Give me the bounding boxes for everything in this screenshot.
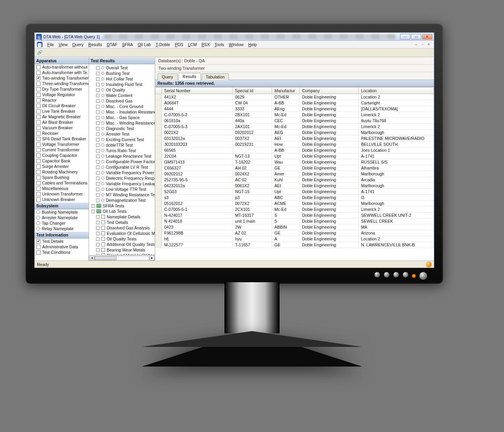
menu-t-doble[interactable]: T-Doble: [153, 41, 172, 48]
expand-icon[interactable]: [96, 138, 100, 142]
table-row[interactable]: s3p3ABCDoble Engineeringl3: [156, 195, 434, 201]
row-handle[interactable]: [156, 147, 162, 153]
cell[interactable]: RUSSELL S/S: [359, 159, 434, 165]
cell[interactable]: T-11657: [233, 242, 272, 248]
cell[interactable]: 2CX101: [233, 207, 272, 212]
checkbox-icon[interactable]: [36, 82, 41, 86]
row-handle[interactable]: [156, 195, 162, 201]
cell[interactable]: Doble Engineering: [300, 130, 359, 136]
cell[interactable]: Marlborough: [359, 183, 434, 189]
cell[interactable]: GE: [272, 242, 300, 248]
close-button[interactable]: ✕: [422, 34, 432, 39]
results-grid[interactable]: Serial NumberSpecial IdManufacturCompany…: [155, 87, 434, 261]
cell[interactable]: Upt: [272, 153, 300, 159]
table-row[interactable]: 092020120024X2AmerDoble EngineeringMarlb…: [156, 171, 434, 177]
apparatus-item[interactable]: Air Magnetic Breaker: [35, 114, 89, 119]
cell[interactable]: Doble Engineering: [300, 106, 359, 112]
cell[interactable]: Arizona: [359, 230, 434, 236]
tree-item[interactable]: Variable Frequency Leakage Reacta: [89, 181, 155, 186]
cell[interactable]: F961298B: [162, 230, 233, 236]
cell[interactable]: Doble Engineering: [300, 242, 359, 248]
tree-item[interactable]: M7 Winding Resistance Test: [89, 192, 155, 197]
cell[interactable]: PALESTINE MICROWAVE/RADIO: [359, 136, 434, 142]
tree-item[interactable]: Water Content: [89, 93, 155, 98]
cell[interactable]: Doble Engineering: [300, 142, 359, 147]
expand-icon[interactable]: [96, 110, 100, 114]
tree-item[interactable]: Leakage Reactance Test: [89, 153, 155, 159]
expand-icon[interactable]: [96, 116, 100, 119]
cell[interactable]: GM971413: [162, 159, 233, 165]
cell[interactable]: 2AX101: [233, 124, 272, 130]
table-row[interactable]: N 424018unit 1 mainSDoble EngineeringSEW…: [156, 218, 434, 224]
cell[interactable]: Limerick 2: [359, 124, 434, 130]
table-row[interactable]: F961298BAZ 02GEDoble EngineeringArizona: [156, 230, 434, 236]
cell[interactable]: A-1741: [359, 189, 434, 195]
column-header[interactable]: Serial Number: [162, 88, 233, 94]
cell[interactable]: AC 02: [233, 177, 272, 183]
cell[interactable]: AH 02: [233, 165, 272, 171]
checkbox-icon[interactable]: [101, 220, 105, 224]
radio-icon[interactable]: [36, 216, 40, 220]
cell[interactable]: hyu: [233, 236, 272, 242]
checkbox-icon[interactable]: [36, 98, 41, 102]
tree-item[interactable]: Turns Ratio Test: [89, 148, 155, 153]
cell[interactable]: AZ 02: [233, 230, 272, 236]
expand-icon[interactable]: [96, 248, 100, 252]
expand-icon[interactable]: [96, 143, 100, 147]
cell[interactable]: Location 2: [359, 94, 434, 100]
apparatus-item[interactable]: Reactor: [35, 97, 89, 103]
checkbox-icon[interactable]: [36, 126, 41, 130]
expand-icon[interactable]: [96, 88, 100, 92]
cell[interactable]: Limerick 2: [359, 207, 434, 212]
tree-item[interactable]: Additional Oil Quality Tests: [89, 242, 155, 247]
checkbox-icon[interactable]: [36, 109, 41, 114]
checkbox-icon[interactable]: [36, 142, 41, 147]
table-row[interactable]: 66565A-BBDoble EngineeringJoes Location …: [156, 147, 434, 153]
cell[interactable]: 0061X2: [233, 183, 272, 189]
mdi-close[interactable]: ×: [426, 42, 432, 47]
cell[interactable]: 04232012a: [162, 183, 233, 189]
radio-icon[interactable]: [36, 221, 40, 225]
cell[interactable]: l3: [359, 195, 434, 201]
checkbox-icon[interactable]: [36, 76, 41, 80]
checkbox-icon[interactable]: [36, 120, 41, 125]
cell[interactable]: Doble Engineering: [300, 100, 359, 106]
tree-item[interactable]: Bearing Wear Metals: [89, 247, 155, 253]
row-handle[interactable]: [156, 165, 162, 171]
row-handle[interactable]: [156, 136, 162, 142]
cell[interactable]: Doble Engineering: [300, 159, 359, 165]
cell[interactable]: C-07005-5-3: [162, 124, 233, 130]
cell[interactable]: 03132012a: [162, 136, 233, 142]
cell[interactable]: unit 1 main: [233, 218, 272, 224]
apparatus-item[interactable]: Capacitor Bank: [35, 158, 89, 164]
cell[interactable]: 0022X2: [162, 130, 233, 136]
expand-icon[interactable]: [96, 221, 100, 224]
tab-tabulation[interactable]: Tabulation: [202, 73, 229, 80]
expand-icon[interactable]: [96, 177, 100, 180]
radio-icon[interactable]: [36, 210, 40, 214]
apparatus-item[interactable]: Cables and Terminations: [35, 180, 89, 186]
checkbox-icon[interactable]: [36, 186, 41, 191]
checkbox-icon[interactable]: [36, 192, 41, 196]
tree-item[interactable]: Misc. - Winding Resistance: [89, 120, 155, 126]
tree-item[interactable]: Diagnostic Test: [89, 126, 155, 131]
cell[interactable]: Marlborough: [359, 130, 434, 136]
cell[interactable]: C-07005-5-2: [162, 112, 233, 118]
subsystem-item[interactable]: Arrester Nameplate: [35, 215, 89, 220]
table-row[interactable]: N-424017MT-16317SDoble EngineeringSEWWEL…: [156, 212, 434, 218]
row-handle[interactable]: [156, 189, 162, 195]
cell[interactable]: Marlborough: [359, 171, 434, 177]
cell[interactable]: AEI: [272, 136, 300, 142]
cell[interactable]: Doble Engineering: [300, 201, 359, 207]
cell[interactable]: S: [272, 212, 300, 218]
cell[interactable]: 00219231: [233, 142, 272, 147]
row-handle[interactable]: [156, 171, 162, 177]
cell[interactable]: 66565: [162, 147, 233, 153]
cell[interactable]: M-122577: [162, 242, 233, 248]
cell[interactable]: SEWWELL CREEK UNIT-2: [359, 212, 434, 218]
cell[interactable]: Joes Location 1: [359, 147, 434, 153]
mdi-minimize[interactable]: –: [413, 42, 419, 47]
tree-item[interactable]: Configurable LV R Test: [89, 164, 155, 170]
table-row[interactable]: GM971413T-16202WauDoble EngineeringRUSSE…: [156, 159, 434, 165]
cell[interactable]: Doble Engineering: [300, 218, 359, 224]
